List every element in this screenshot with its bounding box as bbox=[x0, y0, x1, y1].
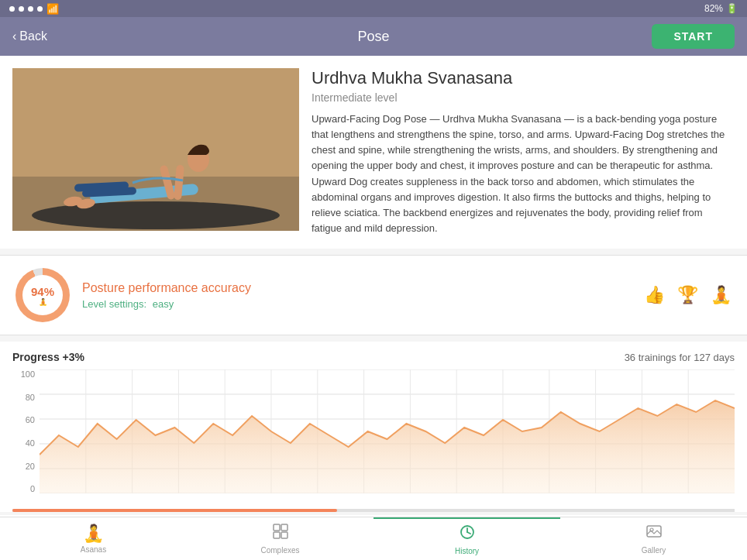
complexes-label: Complexes bbox=[260, 546, 299, 555]
signal-dot-2 bbox=[19, 6, 24, 12]
chart-section: Progress +3% 36 trainings for 127 days 1… bbox=[0, 342, 747, 512]
performance-title: Posture performance accuracy bbox=[82, 281, 251, 295]
chart-svg bbox=[40, 369, 735, 493]
progress-bar bbox=[12, 509, 735, 512]
back-label: Back bbox=[19, 29, 47, 43]
meditation-icon[interactable]: 🧘 bbox=[711, 285, 732, 305]
yoga-mini-icon: 🧘 bbox=[39, 298, 47, 306]
performance-icons: 👍 🏆 🧘 bbox=[644, 285, 732, 305]
tab-complexes[interactable]: Complexes bbox=[187, 517, 374, 560]
level-value: easy bbox=[153, 298, 174, 310]
status-bar-left: 📶 bbox=[9, 3, 59, 15]
battery-percent: 82% bbox=[704, 3, 723, 14]
y-label-20: 20 bbox=[12, 462, 40, 471]
header-title: Pose bbox=[357, 29, 389, 45]
back-button[interactable]: ‹ Back bbox=[12, 29, 47, 43]
y-label-40: 40 bbox=[12, 438, 40, 448]
chart-title: Progress +3% bbox=[12, 351, 84, 363]
svg-rect-35 bbox=[281, 524, 287, 531]
start-button[interactable]: START bbox=[652, 24, 735, 49]
level-label: Level settings: bbox=[82, 298, 146, 310]
header: ‹ Back Pose START bbox=[0, 17, 747, 56]
pose-info-section: Urdhva Mukha Svanasana Intermediate leve… bbox=[0, 56, 747, 249]
main-content: Urdhva Mukha Svanasana Intermediate leve… bbox=[0, 56, 747, 517]
status-bar-right: 82% 🔋 bbox=[704, 3, 738, 14]
asanas-icon: 🧘 bbox=[83, 524, 104, 544]
svg-rect-34 bbox=[274, 524, 280, 531]
y-label-80: 80 bbox=[12, 393, 40, 402]
gallery-label: Gallery bbox=[642, 546, 666, 555]
history-icon bbox=[459, 524, 476, 545]
complexes-icon bbox=[272, 523, 289, 545]
chart-y-labels: 100 80 60 40 20 0 bbox=[12, 369, 40, 493]
tab-asanas[interactable]: 🧘 Asanas bbox=[0, 517, 187, 560]
pose-image-placeholder bbox=[12, 68, 299, 231]
accuracy-gauge: 94% 🧘 bbox=[15, 268, 70, 322]
pose-text: Urdhva Mukha Svanasana Intermediate leve… bbox=[312, 68, 735, 236]
tab-history[interactable]: History bbox=[374, 517, 560, 560]
svg-rect-37 bbox=[281, 532, 287, 538]
svg-line-40 bbox=[467, 532, 470, 534]
signal-dot-1 bbox=[9, 6, 15, 12]
battery-icon: 🔋 bbox=[726, 3, 738, 14]
progress-bar-fill bbox=[12, 509, 337, 512]
asanas-label: Asanas bbox=[81, 545, 106, 554]
y-label-60: 60 bbox=[12, 415, 40, 424]
chart-container: 100 80 60 40 20 0 bbox=[12, 369, 735, 509]
accuracy-inner: 94% 🧘 bbox=[22, 275, 63, 315]
svg-marker-33 bbox=[40, 400, 735, 493]
accuracy-percent: 94% bbox=[31, 285, 54, 298]
back-chevron-icon: ‹ bbox=[12, 29, 16, 43]
trophy-icon[interactable]: 🏆 bbox=[677, 285, 698, 305]
chart-area bbox=[40, 369, 735, 493]
svg-rect-41 bbox=[647, 526, 661, 537]
tab-gallery[interactable]: Gallery bbox=[560, 517, 747, 560]
performance-level: Level settings: easy bbox=[82, 298, 251, 310]
signal-dot-4 bbox=[37, 6, 43, 12]
gallery-icon bbox=[645, 523, 663, 545]
wifi-icon: 📶 bbox=[46, 3, 59, 15]
pose-illustration bbox=[12, 68, 299, 231]
svg-rect-36 bbox=[274, 532, 280, 538]
performance-info: Posture performance accuracy Level setti… bbox=[82, 281, 251, 310]
history-label: History bbox=[455, 547, 479, 555]
tab-bar: 🧘 Asanas Complexes History bbox=[0, 517, 747, 560]
svg-rect-2 bbox=[12, 68, 299, 177]
y-label-100: 100 bbox=[12, 369, 40, 379]
pose-name: Urdhva Mukha Svanasana bbox=[312, 68, 735, 88]
pose-description: Upward-Facing Dog Pose — Urdhva Mukha Sv… bbox=[312, 112, 735, 236]
y-label-0: 0 bbox=[12, 484, 40, 493]
performance-section: 94% 🧘 Posture performance accuracy Level… bbox=[0, 255, 747, 335]
chart-header: Progress +3% 36 trainings for 127 days bbox=[12, 351, 735, 363]
signal-dot-3 bbox=[28, 6, 33, 12]
pose-level: Intermediate level bbox=[312, 91, 735, 104]
chart-subtitle: 36 trainings for 127 days bbox=[625, 352, 735, 363]
performance-left: 94% 🧘 Posture performance accuracy Level… bbox=[15, 268, 251, 322]
pose-image bbox=[12, 68, 299, 231]
thumbsup-icon[interactable]: 👍 bbox=[644, 285, 665, 305]
status-bar: 📶 82% 🔋 bbox=[0, 0, 747, 17]
